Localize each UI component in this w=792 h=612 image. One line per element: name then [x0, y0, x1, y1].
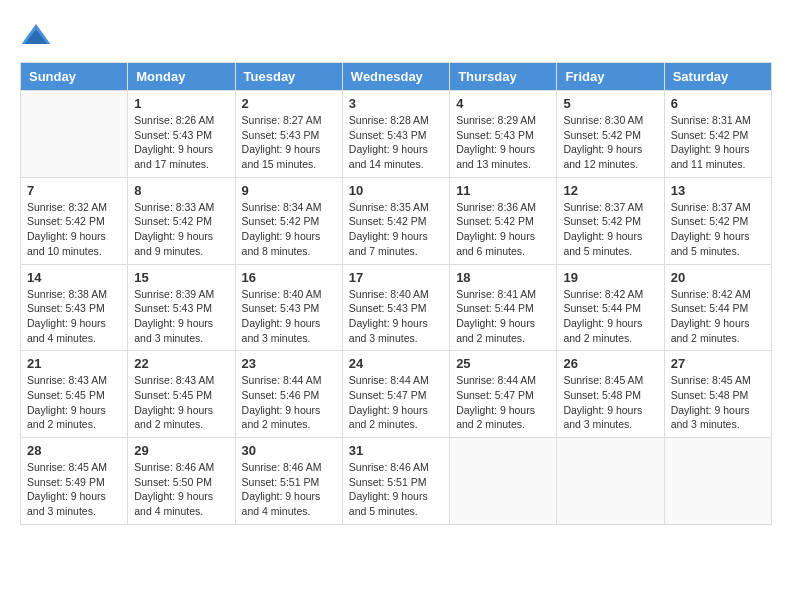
- cell-text: Sunrise: 8:44 AMSunset: 5:47 PMDaylight:…: [349, 373, 443, 432]
- calendar-cell: 19Sunrise: 8:42 AMSunset: 5:44 PMDayligh…: [557, 264, 664, 351]
- calendar-cell: 31Sunrise: 8:46 AMSunset: 5:51 PMDayligh…: [342, 438, 449, 525]
- day-number: 23: [242, 356, 336, 371]
- day-number: 11: [456, 183, 550, 198]
- day-number: 2: [242, 96, 336, 111]
- day-number: 21: [27, 356, 121, 371]
- day-number: 15: [134, 270, 228, 285]
- cell-text: Sunrise: 8:34 AMSunset: 5:42 PMDaylight:…: [242, 200, 336, 259]
- cell-text: Sunrise: 8:45 AMSunset: 5:48 PMDaylight:…: [563, 373, 657, 432]
- day-number: 27: [671, 356, 765, 371]
- calendar-cell: 9Sunrise: 8:34 AMSunset: 5:42 PMDaylight…: [235, 177, 342, 264]
- cell-text: Sunrise: 8:38 AMSunset: 5:43 PMDaylight:…: [27, 287, 121, 346]
- calendar-cell: 18Sunrise: 8:41 AMSunset: 5:44 PMDayligh…: [450, 264, 557, 351]
- calendar-week-2: 7Sunrise: 8:32 AMSunset: 5:42 PMDaylight…: [21, 177, 772, 264]
- cell-text: Sunrise: 8:32 AMSunset: 5:42 PMDaylight:…: [27, 200, 121, 259]
- calendar-cell: 24Sunrise: 8:44 AMSunset: 5:47 PMDayligh…: [342, 351, 449, 438]
- calendar-cell: [664, 438, 771, 525]
- calendar-header-thursday: Thursday: [450, 63, 557, 91]
- logo: [20, 20, 56, 52]
- day-number: 14: [27, 270, 121, 285]
- calendar-cell: 12Sunrise: 8:37 AMSunset: 5:42 PMDayligh…: [557, 177, 664, 264]
- calendar-cell: 10Sunrise: 8:35 AMSunset: 5:42 PMDayligh…: [342, 177, 449, 264]
- calendar-cell: 3Sunrise: 8:28 AMSunset: 5:43 PMDaylight…: [342, 91, 449, 178]
- day-number: 6: [671, 96, 765, 111]
- day-number: 29: [134, 443, 228, 458]
- calendar-cell: 2Sunrise: 8:27 AMSunset: 5:43 PMDaylight…: [235, 91, 342, 178]
- page-header: [20, 20, 772, 52]
- calendar-cell: 11Sunrise: 8:36 AMSunset: 5:42 PMDayligh…: [450, 177, 557, 264]
- calendar-cell: 29Sunrise: 8:46 AMSunset: 5:50 PMDayligh…: [128, 438, 235, 525]
- cell-text: Sunrise: 8:45 AMSunset: 5:49 PMDaylight:…: [27, 460, 121, 519]
- cell-text: Sunrise: 8:41 AMSunset: 5:44 PMDaylight:…: [456, 287, 550, 346]
- cell-text: Sunrise: 8:31 AMSunset: 5:42 PMDaylight:…: [671, 113, 765, 172]
- calendar-header-wednesday: Wednesday: [342, 63, 449, 91]
- cell-text: Sunrise: 8:44 AMSunset: 5:47 PMDaylight:…: [456, 373, 550, 432]
- cell-text: Sunrise: 8:42 AMSunset: 5:44 PMDaylight:…: [563, 287, 657, 346]
- day-number: 17: [349, 270, 443, 285]
- cell-text: Sunrise: 8:45 AMSunset: 5:48 PMDaylight:…: [671, 373, 765, 432]
- day-number: 3: [349, 96, 443, 111]
- calendar-header-row: SundayMondayTuesdayWednesdayThursdayFrid…: [21, 63, 772, 91]
- cell-text: Sunrise: 8:42 AMSunset: 5:44 PMDaylight:…: [671, 287, 765, 346]
- calendar-cell: 20Sunrise: 8:42 AMSunset: 5:44 PMDayligh…: [664, 264, 771, 351]
- logo-icon: [20, 20, 52, 52]
- cell-text: Sunrise: 8:46 AMSunset: 5:51 PMDaylight:…: [349, 460, 443, 519]
- calendar-cell: 6Sunrise: 8:31 AMSunset: 5:42 PMDaylight…: [664, 91, 771, 178]
- calendar-cell: 1Sunrise: 8:26 AMSunset: 5:43 PMDaylight…: [128, 91, 235, 178]
- cell-text: Sunrise: 8:29 AMSunset: 5:43 PMDaylight:…: [456, 113, 550, 172]
- cell-text: Sunrise: 8:30 AMSunset: 5:42 PMDaylight:…: [563, 113, 657, 172]
- calendar-week-4: 21Sunrise: 8:43 AMSunset: 5:45 PMDayligh…: [21, 351, 772, 438]
- calendar-header-sunday: Sunday: [21, 63, 128, 91]
- calendar-cell: [21, 91, 128, 178]
- calendar-cell: 25Sunrise: 8:44 AMSunset: 5:47 PMDayligh…: [450, 351, 557, 438]
- day-number: 4: [456, 96, 550, 111]
- day-number: 13: [671, 183, 765, 198]
- calendar-cell: 23Sunrise: 8:44 AMSunset: 5:46 PMDayligh…: [235, 351, 342, 438]
- day-number: 28: [27, 443, 121, 458]
- day-number: 20: [671, 270, 765, 285]
- cell-text: Sunrise: 8:28 AMSunset: 5:43 PMDaylight:…: [349, 113, 443, 172]
- calendar-cell: 21Sunrise: 8:43 AMSunset: 5:45 PMDayligh…: [21, 351, 128, 438]
- calendar-cell: 30Sunrise: 8:46 AMSunset: 5:51 PMDayligh…: [235, 438, 342, 525]
- day-number: 8: [134, 183, 228, 198]
- calendar-cell: [450, 438, 557, 525]
- day-number: 30: [242, 443, 336, 458]
- cell-text: Sunrise: 8:44 AMSunset: 5:46 PMDaylight:…: [242, 373, 336, 432]
- calendar-cell: 14Sunrise: 8:38 AMSunset: 5:43 PMDayligh…: [21, 264, 128, 351]
- cell-text: Sunrise: 8:46 AMSunset: 5:50 PMDaylight:…: [134, 460, 228, 519]
- cell-text: Sunrise: 8:33 AMSunset: 5:42 PMDaylight:…: [134, 200, 228, 259]
- calendar-cell: 4Sunrise: 8:29 AMSunset: 5:43 PMDaylight…: [450, 91, 557, 178]
- day-number: 7: [27, 183, 121, 198]
- calendar-cell: [557, 438, 664, 525]
- cell-text: Sunrise: 8:43 AMSunset: 5:45 PMDaylight:…: [134, 373, 228, 432]
- day-number: 31: [349, 443, 443, 458]
- cell-text: Sunrise: 8:37 AMSunset: 5:42 PMDaylight:…: [563, 200, 657, 259]
- calendar-cell: 22Sunrise: 8:43 AMSunset: 5:45 PMDayligh…: [128, 351, 235, 438]
- cell-text: Sunrise: 8:27 AMSunset: 5:43 PMDaylight:…: [242, 113, 336, 172]
- day-number: 12: [563, 183, 657, 198]
- calendar-cell: 13Sunrise: 8:37 AMSunset: 5:42 PMDayligh…: [664, 177, 771, 264]
- calendar-cell: 27Sunrise: 8:45 AMSunset: 5:48 PMDayligh…: [664, 351, 771, 438]
- day-number: 26: [563, 356, 657, 371]
- day-number: 16: [242, 270, 336, 285]
- calendar-cell: 17Sunrise: 8:40 AMSunset: 5:43 PMDayligh…: [342, 264, 449, 351]
- day-number: 18: [456, 270, 550, 285]
- calendar-cell: 5Sunrise: 8:30 AMSunset: 5:42 PMDaylight…: [557, 91, 664, 178]
- cell-text: Sunrise: 8:40 AMSunset: 5:43 PMDaylight:…: [242, 287, 336, 346]
- calendar-cell: 15Sunrise: 8:39 AMSunset: 5:43 PMDayligh…: [128, 264, 235, 351]
- cell-text: Sunrise: 8:26 AMSunset: 5:43 PMDaylight:…: [134, 113, 228, 172]
- day-number: 5: [563, 96, 657, 111]
- calendar-header-saturday: Saturday: [664, 63, 771, 91]
- day-number: 9: [242, 183, 336, 198]
- cell-text: Sunrise: 8:37 AMSunset: 5:42 PMDaylight:…: [671, 200, 765, 259]
- day-number: 25: [456, 356, 550, 371]
- calendar-table: SundayMondayTuesdayWednesdayThursdayFrid…: [20, 62, 772, 525]
- calendar-week-3: 14Sunrise: 8:38 AMSunset: 5:43 PMDayligh…: [21, 264, 772, 351]
- calendar-cell: 8Sunrise: 8:33 AMSunset: 5:42 PMDaylight…: [128, 177, 235, 264]
- day-number: 22: [134, 356, 228, 371]
- cell-text: Sunrise: 8:39 AMSunset: 5:43 PMDaylight:…: [134, 287, 228, 346]
- calendar-week-1: 1Sunrise: 8:26 AMSunset: 5:43 PMDaylight…: [21, 91, 772, 178]
- cell-text: Sunrise: 8:36 AMSunset: 5:42 PMDaylight:…: [456, 200, 550, 259]
- cell-text: Sunrise: 8:46 AMSunset: 5:51 PMDaylight:…: [242, 460, 336, 519]
- calendar-cell: 26Sunrise: 8:45 AMSunset: 5:48 PMDayligh…: [557, 351, 664, 438]
